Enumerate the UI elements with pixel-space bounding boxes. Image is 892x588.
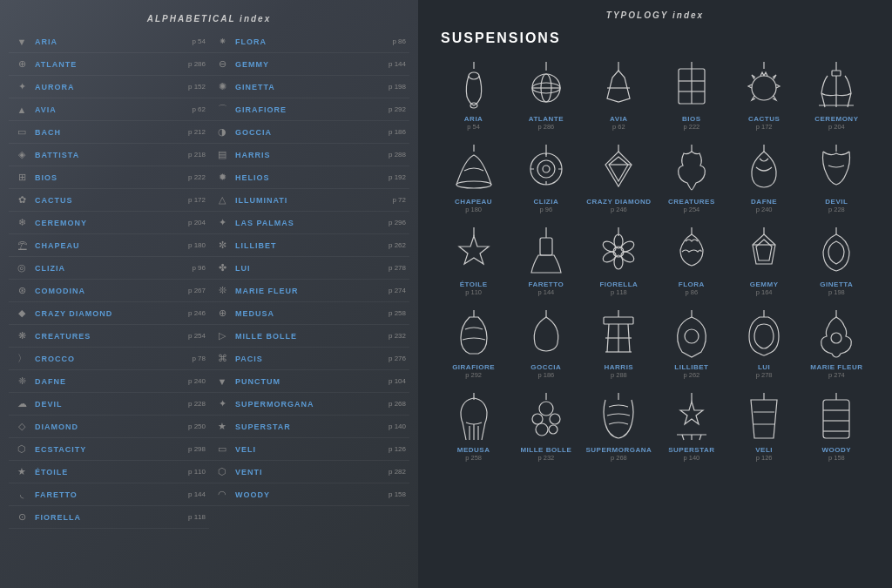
item-name: BACH [31, 128, 188, 137]
suspension-icon [520, 307, 572, 361]
item-page: p 158 [389, 490, 406, 498]
suspension-page: p 268 [611, 454, 627, 462]
item-icon: ⬡ [213, 463, 232, 481]
suspension-item: CEREMONY p 204 [802, 55, 871, 134]
item-name: LUI [232, 264, 389, 273]
svg-marker-48 [756, 240, 772, 260]
list-item: ❋ CREATURES p 254 [9, 325, 209, 348]
item-icon: ✤ [213, 260, 232, 277]
suspension-icon [810, 141, 862, 195]
item-name: CACTUS [31, 196, 188, 205]
suspension-name: SUPERMORGANA [585, 446, 652, 454]
item-icon: ▭ [12, 124, 31, 141]
item-icon: ◈ [12, 146, 31, 164]
suspension-item: CLIZIA p 96 [511, 138, 580, 217]
item-name: CHAPEAU [31, 241, 188, 250]
list-item: ⁕ FLORA p 86 [209, 30, 409, 53]
list-item: ❈ DAFNE p 240 [9, 370, 209, 393]
item-name: PACIS [232, 355, 389, 363]
suspension-icon [592, 307, 645, 361]
item-page: p 180 [188, 241, 206, 249]
list-item: ❄ CEREMONY p 204 [9, 212, 209, 234]
item-name: ATLANTE [31, 60, 188, 69]
svg-marker-34 [459, 236, 489, 264]
item-name: HARRIS [232, 151, 389, 159]
list-item: ▤ HARRIS p 288 [209, 144, 409, 166]
item-icon: ◟ [12, 486, 31, 504]
item-page: p 204 [188, 219, 206, 226]
item-name: ILLUMINATI [232, 196, 392, 205]
svg-marker-28 [609, 157, 628, 181]
item-icon: ❄ [12, 214, 31, 232]
suspension-page: p 62 [612, 123, 625, 131]
suspension-item: FARETTO p 144 [511, 220, 580, 300]
suspension-name: DAFNE [751, 198, 777, 206]
suspension-name: GOCCIA [530, 363, 561, 371]
suspension-name: FLORA [679, 280, 705, 288]
suspension-item: LUI p 278 [730, 303, 799, 382]
suspension-page: p 262 [683, 371, 699, 379]
suspension-name: GINETTA [820, 280, 853, 288]
suspension-item: MILLE BOLLE p 232 [511, 386, 580, 465]
item-icon: ⁕ [213, 33, 232, 51]
suspension-item: MEDUSA p 258 [439, 386, 508, 465]
item-page: p 240 [188, 377, 206, 385]
item-icon: ⊖ [213, 56, 232, 73]
suspension-page: p 96 [540, 206, 553, 213]
item-page: p 258 [389, 309, 406, 317]
right-header-bold: TYPOLOGY [606, 10, 668, 20]
item-icon: ◎ [12, 260, 31, 277]
suspension-icon [666, 58, 718, 112]
suspension-icon [520, 224, 572, 278]
item-name: GOCCIA [232, 128, 389, 137]
item-name: ARIA [31, 37, 192, 46]
item-icon: ✿ [12, 192, 31, 209]
suspension-page: p 240 [756, 206, 773, 213]
item-icon: ◆ [12, 305, 31, 322]
suspension-icon [448, 307, 500, 361]
list-item: ▼ ARIA p 54 [9, 30, 209, 53]
item-icon: ⊕ [12, 56, 31, 73]
list-item: ⛱ CHAPEAU p 180 [9, 234, 209, 257]
suspension-page: p 286 [537, 123, 554, 131]
suspension-item: HARRIS p 288 [584, 303, 653, 382]
suspension-name: CLIZIA [533, 198, 558, 206]
suspension-name: VELI [755, 446, 773, 454]
item-page: p 126 [389, 445, 406, 453]
suspension-name: GIRAFIORE [452, 363, 495, 371]
left-header-regular: index [235, 14, 271, 24]
suspension-page: p 222 [683, 123, 699, 131]
list-item: ☁ DEVIL p 228 [9, 393, 209, 416]
right-header-regular: index [668, 10, 704, 20]
svg-point-61 [685, 329, 699, 343]
list-item: ✤ LUI p 278 [209, 257, 409, 280]
list-item: ◠ WOODY p 158 [209, 483, 409, 506]
item-icon: ⛱ [12, 237, 31, 254]
suspension-name: MILLE BOLLE [520, 446, 571, 454]
right-panel: TYPOLOGY index SUSPENSIONS ARIA p 54 ATL… [418, 0, 892, 588]
suspension-icon [738, 141, 790, 195]
suspension-icon [738, 307, 790, 361]
suspension-page: p 126 [756, 454, 773, 462]
item-page: p 267 [188, 287, 206, 294]
suspension-name: WOODY [822, 446, 852, 454]
item-page: p 152 [188, 83, 206, 91]
svg-rect-36 [540, 238, 552, 255]
suspension-icon [810, 307, 862, 361]
suspension-page: p 140 [683, 454, 699, 462]
suspension-icon [810, 389, 862, 443]
suspension-icon [592, 389, 645, 443]
item-page: p 86 [392, 37, 406, 45]
list-item: ◈ BATTISTA p 218 [9, 144, 209, 166]
list-item: ◇ DIAMOND p 250 [9, 416, 209, 438]
suspension-item: CACTUS p 172 [730, 55, 799, 134]
list-item: ▷ MILLE BOLLE p 232 [209, 325, 409, 348]
suspension-icon [666, 389, 718, 443]
item-name: SUPERMORGANA [232, 400, 389, 409]
suspension-item: ARIA p 54 [439, 55, 508, 134]
suspension-icon [448, 224, 500, 278]
list-item: ✼ LILLIBET p 262 [209, 234, 409, 257]
suspension-page: p 180 [465, 206, 482, 213]
item-icon: ⌒ [213, 101, 232, 118]
suspension-item: VELI p 126 [730, 386, 799, 465]
